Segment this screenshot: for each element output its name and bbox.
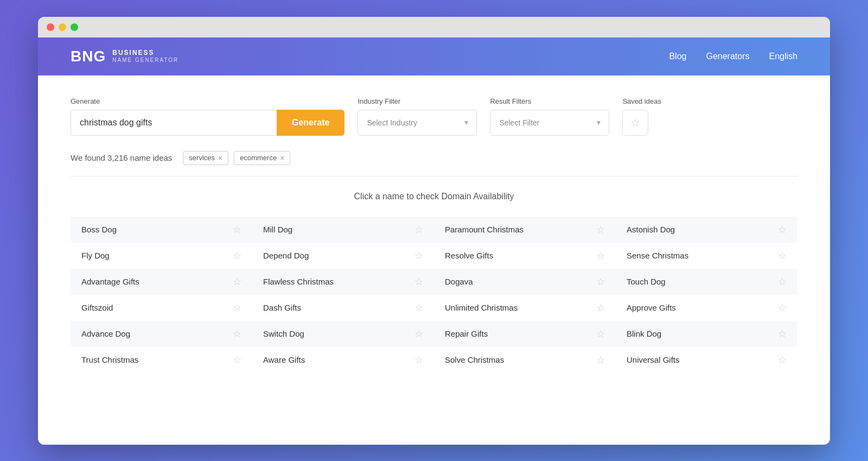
name-item[interactable]: Dogava☆ [434, 269, 616, 295]
name-item[interactable]: Unlimited Christmas☆ [434, 295, 616, 321]
name-item[interactable]: Universal Gifts☆ [616, 347, 797, 373]
saved-ideas-button[interactable]: ☆ [622, 110, 648, 136]
name-item-star-icon[interactable]: ☆ [414, 276, 423, 288]
name-item-label: Solve Christmas [445, 355, 504, 364]
name-item-star-icon[interactable]: ☆ [233, 224, 241, 236]
filter-tag-services-label: services [189, 154, 215, 162]
name-item-label: Paramount Christmas [445, 225, 524, 234]
name-item-star-icon[interactable]: ☆ [778, 224, 787, 236]
name-item-star-icon[interactable]: ☆ [778, 354, 787, 366]
search-input-wrap: Generate [71, 110, 344, 136]
name-item-star-icon[interactable]: ☆ [233, 302, 241, 314]
name-item[interactable]: Advantage Gifts☆ [71, 269, 252, 295]
name-column-2: Paramount Christmas☆Resolve Gifts☆Dogava… [434, 217, 616, 373]
name-item-star-icon[interactable]: ☆ [233, 250, 241, 262]
name-item-star-icon[interactable]: ☆ [778, 250, 787, 262]
industry-filter-group: Industry Filter Select Industry ▼ [358, 97, 477, 136]
logo-line1: BUSINESS [112, 49, 178, 56]
name-item[interactable]: Blink Dog☆ [616, 321, 797, 347]
generate-label: Generate [71, 97, 344, 105]
name-item-label: Universal Gifts [627, 355, 680, 364]
name-item[interactable]: Depend Dog☆ [252, 243, 434, 269]
name-item-star-icon[interactable]: ☆ [778, 276, 787, 288]
search-input[interactable] [71, 110, 277, 136]
name-item-label: Advantage Gifts [81, 277, 139, 286]
industry-dropdown-wrapper: Select Industry ▼ [358, 110, 477, 136]
generate-button[interactable]: Generate [277, 110, 344, 136]
name-item[interactable]: Resolve Gifts☆ [434, 243, 616, 269]
name-item-star-icon[interactable]: ☆ [414, 354, 423, 366]
close-dot[interactable] [47, 23, 54, 31]
industry-select[interactable]: Select Industry [358, 110, 477, 136]
logo-area: BNG BUSINESS NAME GENERATOR [71, 48, 178, 65]
minimize-dot[interactable] [59, 23, 66, 31]
name-item[interactable]: Approve Gifts☆ [616, 295, 797, 321]
name-item-star-icon[interactable]: ☆ [233, 354, 241, 366]
results-count: We found 3,216 name ideas [71, 153, 172, 162]
filter-tag-ecommerce[interactable]: ecommerce × [234, 151, 290, 165]
name-item-star-icon[interactable]: ☆ [596, 250, 605, 262]
name-item[interactable]: Repair Gifts☆ [434, 321, 616, 347]
name-item[interactable]: Dash Gifts☆ [252, 295, 434, 321]
name-item-star-icon[interactable]: ☆ [778, 328, 787, 340]
filter-tag-ecommerce-remove[interactable]: × [280, 154, 284, 162]
name-item[interactable]: Astonish Dog☆ [616, 217, 797, 243]
name-item-label: Flawless Christmas [263, 277, 334, 286]
name-item-star-icon[interactable]: ☆ [414, 224, 423, 236]
name-item-label: Depend Dog [263, 251, 309, 260]
name-item[interactable]: Aware Gifts☆ [252, 347, 434, 373]
name-item[interactable]: Touch Dog☆ [616, 269, 797, 295]
name-item-star-icon[interactable]: ☆ [414, 302, 423, 314]
filter-tag-services-remove[interactable]: × [218, 154, 222, 162]
nav-blog[interactable]: Blog [669, 52, 686, 61]
name-item[interactable]: Solve Christmas☆ [434, 347, 616, 373]
name-item[interactable]: Trust Christmas☆ [71, 347, 252, 373]
name-item-star-icon[interactable]: ☆ [233, 328, 241, 340]
name-item-star-icon[interactable]: ☆ [596, 302, 605, 314]
name-item-label: Blink Dog [627, 329, 661, 338]
name-item-star-icon[interactable]: ☆ [778, 302, 787, 314]
logo-line2: NAME GENERATOR [112, 57, 178, 63]
name-item[interactable]: Mill Dog☆ [252, 217, 434, 243]
nav-english[interactable]: English [769, 52, 797, 61]
name-item-label: Sense Christmas [627, 251, 688, 260]
name-item-star-icon[interactable]: ☆ [596, 354, 605, 366]
name-item[interactable]: Paramount Christmas☆ [434, 217, 616, 243]
name-item-label: Approve Gifts [627, 303, 676, 312]
filter-tag-ecommerce-label: ecommerce [240, 154, 277, 162]
name-item[interactable]: Switch Dog☆ [252, 321, 434, 347]
name-item[interactable]: Boss Dog☆ [71, 217, 252, 243]
domain-hint: Click a name to check Domain Availabilit… [71, 192, 797, 201]
name-item-label: Advance Dog [81, 329, 130, 338]
name-column-3: Astonish Dog☆Sense Christmas☆Touch Dog☆A… [616, 217, 797, 373]
result-filter-group: Result Filters Select Filter ▼ [490, 97, 609, 136]
name-item[interactable]: Fly Dog☆ [71, 243, 252, 269]
name-item-star-icon[interactable]: ☆ [596, 276, 605, 288]
name-item-label: Dash Gifts [263, 303, 301, 312]
name-item[interactable]: Advance Dog☆ [71, 321, 252, 347]
name-item-star-icon[interactable]: ☆ [596, 328, 605, 340]
name-item-star-icon[interactable]: ☆ [233, 276, 241, 288]
name-item-label: Repair Gifts [445, 329, 488, 338]
name-item-label: Unlimited Christmas [445, 303, 518, 312]
name-item[interactable]: Flawless Christmas☆ [252, 269, 434, 295]
name-item-star-icon[interactable]: ☆ [414, 328, 423, 340]
name-item-star-icon[interactable]: ☆ [414, 250, 423, 262]
logo-bng: BNG [71, 48, 106, 65]
filter-tags: services × ecommerce × [183, 151, 290, 165]
filter-tag-services[interactable]: services × [183, 151, 228, 165]
logo-text: BUSINESS NAME GENERATOR [112, 49, 178, 62]
name-item[interactable]: Sense Christmas☆ [616, 243, 797, 269]
result-select[interactable]: Select Filter [490, 110, 609, 136]
saved-ideas-label: Saved ideas [622, 97, 661, 105]
browser-window: BNG BUSINESS NAME GENERATOR Blog Generat… [38, 17, 830, 445]
nav-generators[interactable]: Generators [706, 52, 749, 61]
saved-star-icon: ☆ [630, 116, 640, 129]
name-item[interactable]: Giftszoid☆ [71, 295, 252, 321]
name-grid: Boss Dog☆Fly Dog☆Advantage Gifts☆Giftszo… [71, 217, 797, 373]
name-item-star-icon[interactable]: ☆ [596, 224, 605, 236]
name-item-label: Aware Gifts [263, 355, 305, 364]
name-item-label: Fly Dog [81, 251, 110, 260]
maximize-dot[interactable] [71, 23, 78, 31]
industry-filter-label: Industry Filter [358, 97, 477, 105]
